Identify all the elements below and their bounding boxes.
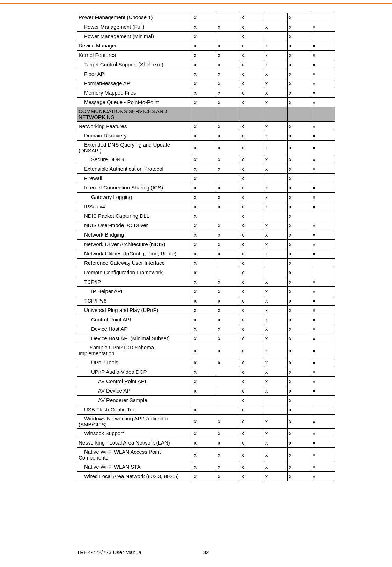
mark-cell: x xyxy=(287,22,311,32)
mark-cell: x xyxy=(287,164,311,174)
page-footer: TREK-722/723 User Manual 32 xyxy=(77,549,335,555)
mark-cell: x xyxy=(287,51,311,60)
mark-cell: x xyxy=(216,69,240,79)
mark-cell: x xyxy=(264,41,287,51)
mark-cell: x xyxy=(240,140,264,155)
mark-cell: x xyxy=(240,395,264,405)
mark-cell: x xyxy=(287,405,311,414)
table-row: Remote Configuration Frameworkxxx xyxy=(77,268,335,277)
table-row: Reference Gateway User Interfacexxx xyxy=(77,259,335,268)
section-cell xyxy=(311,107,335,122)
mark-cell: x xyxy=(311,376,335,386)
mark-cell: x xyxy=(287,334,311,343)
mark-cell: x xyxy=(240,376,264,386)
mark-cell: x xyxy=(287,140,311,155)
mark-cell: x xyxy=(216,22,240,32)
mark-cell: x xyxy=(216,79,240,88)
mark-cell: x xyxy=(287,367,311,376)
table-row: FormatMessage APIxxxxxx xyxy=(77,79,335,88)
section-cell xyxy=(240,107,264,122)
mark-cell: x xyxy=(192,414,216,429)
table-row: Windows Networking API/Redirector (SMB/C… xyxy=(77,414,335,429)
manual-title: TREK-722/723 User Manual xyxy=(77,549,142,555)
mark-cell: x xyxy=(216,193,240,202)
mark-cell: x xyxy=(192,277,216,287)
table-row: IPSec v4xxxxxx xyxy=(77,202,335,211)
mark-cell: x xyxy=(264,386,287,395)
mark-cell: x xyxy=(287,88,311,98)
mark-cell: x xyxy=(264,155,287,164)
mark-cell: x xyxy=(240,277,264,287)
table-row: Network Bridgingxxxxxx xyxy=(77,230,335,240)
mark-cell: x xyxy=(192,240,216,249)
feature-label: Remote Configuration Framework xyxy=(77,268,192,277)
mark-cell: x xyxy=(192,386,216,395)
mark-cell: x xyxy=(311,193,335,202)
mark-cell: x xyxy=(287,155,311,164)
page: Power Management (Choose 1)xxxPower Mana… xyxy=(0,0,392,567)
mark-cell: x xyxy=(216,471,240,481)
mark-cell: x xyxy=(216,287,240,296)
feature-label: Networking Features xyxy=(77,121,192,131)
mark-cell: x xyxy=(192,131,216,140)
mark-cell xyxy=(311,405,335,414)
mark-cell: x xyxy=(287,32,311,41)
mark-cell: x xyxy=(264,277,287,287)
mark-cell: x xyxy=(240,268,264,277)
mark-cell: x xyxy=(192,268,216,277)
mark-cell: x xyxy=(264,471,287,481)
table-row: Message Queue - Point-to-Pointxxxxxx xyxy=(77,98,335,107)
mark-cell: x xyxy=(240,202,264,211)
mark-cell: x xyxy=(192,183,216,193)
mark-cell: x xyxy=(216,343,240,358)
feature-label: Networking - Local Area Network (LAN) xyxy=(77,438,192,448)
mark-cell: x xyxy=(287,268,311,277)
mark-cell: x xyxy=(216,221,240,230)
mark-cell: x xyxy=(287,98,311,107)
table-row: COMMUNICATIONS SERVICES AND NETWORKING xyxy=(77,107,335,122)
mark-cell: x xyxy=(264,438,287,448)
mark-cell: x xyxy=(311,414,335,429)
mark-cell xyxy=(216,32,240,41)
mark-cell: x xyxy=(287,438,311,448)
mark-cell: x xyxy=(240,343,264,358)
feature-label: Message Queue - Point-to-Point xyxy=(77,98,192,107)
mark-cell: x xyxy=(287,13,311,22)
mark-cell: x xyxy=(287,41,311,51)
mark-cell: x xyxy=(311,306,335,315)
feature-label: Network Bridging xyxy=(77,230,192,240)
mark-cell: x xyxy=(264,343,287,358)
mark-cell: x xyxy=(216,60,240,69)
table-row: AV Control Point APIxxxxx xyxy=(77,376,335,386)
feature-label: Power Management (Full) xyxy=(77,22,192,32)
mark-cell: x xyxy=(287,358,311,367)
mark-cell: x xyxy=(216,240,240,249)
mark-cell: x xyxy=(287,315,311,324)
feature-label: Power Management (Choose 1) xyxy=(77,13,192,22)
mark-cell: x xyxy=(264,69,287,79)
mark-cell xyxy=(216,405,240,414)
mark-cell: x xyxy=(192,221,216,230)
mark-cell: x xyxy=(192,376,216,386)
mark-cell: x xyxy=(192,13,216,22)
feature-label: UPnP Tools xyxy=(77,358,192,367)
mark-cell: x xyxy=(264,221,287,230)
mark-cell: x xyxy=(216,462,240,471)
table-row: Extended DNS Querying and Update (DNSAPI… xyxy=(77,140,335,155)
feature-label: NDIS User-mode I/O Driver xyxy=(77,221,192,230)
mark-cell: x xyxy=(287,277,311,287)
feature-label: Control Point API xyxy=(77,315,192,324)
feature-label: Sample UPnP IGD Schema Implementation xyxy=(77,343,192,358)
mark-cell: x xyxy=(192,155,216,164)
table-row: Device Host API (Minimal Subset)xxxxxx xyxy=(77,334,335,343)
mark-cell: x xyxy=(311,88,335,98)
mark-cell: x xyxy=(287,79,311,88)
feature-label: Device Host API (Minimal Subset) xyxy=(77,334,192,343)
mark-cell: x xyxy=(240,287,264,296)
mark-cell: x xyxy=(216,315,240,324)
mark-cell: x xyxy=(192,287,216,296)
mark-cell: x xyxy=(240,448,264,462)
mark-cell xyxy=(216,13,240,22)
mark-cell: x xyxy=(240,259,264,268)
mark-cell: x xyxy=(264,193,287,202)
